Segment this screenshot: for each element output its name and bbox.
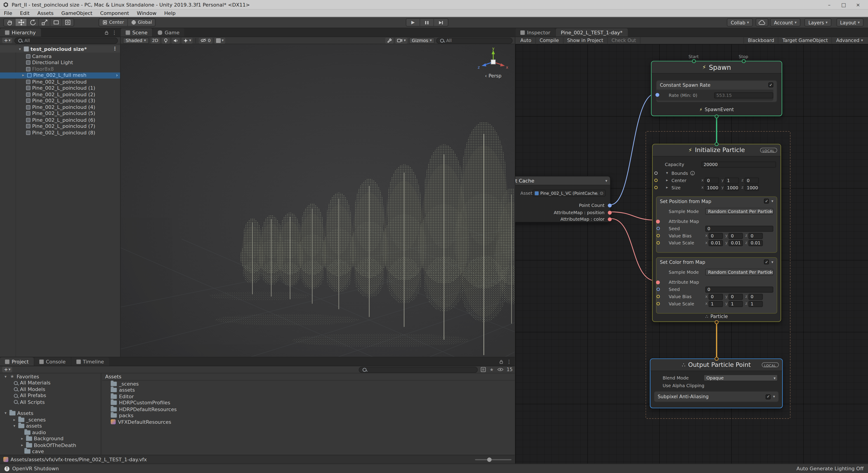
spawn-node[interactable]: Start Stop ⚡Spawn Constant Spawn Rate✓ R…	[651, 61, 782, 116]
expand-icon[interactable]: ▸	[21, 73, 26, 78]
open-prefab-icon[interactable]: ›	[116, 72, 118, 78]
center-port[interactable]	[654, 179, 658, 182]
scale-x-field[interactable]: 1	[709, 301, 723, 307]
hierarchy-item-pine-poincloud-7[interactable]: Pine_002_L_poincloud (7)	[0, 123, 120, 129]
size-y-field[interactable]: 10000	[725, 184, 739, 191]
tree-folder-bookofthedeath[interactable]: ▸BookOfTheDeath	[0, 442, 101, 448]
expand-icon[interactable]: ▾	[18, 47, 22, 51]
hierarchy-item-directional-light[interactable]: Directional Light	[0, 59, 120, 66]
attribute-map-port[interactable]	[656, 280, 660, 284]
point-cache-node[interactable]: Point Cache▾ Asset Pine_002_L_VC (PointC…	[515, 176, 611, 223]
hierarchy-item-pine-poincloud-6[interactable]: Pine_002_L_poincloud (6)	[0, 117, 120, 123]
camera-settings-dropdown[interactable]: ▾	[396, 37, 408, 43]
center-x-field[interactable]: 0	[705, 177, 719, 183]
tab-vfx-graph[interactable]: Pine_002_L_TEST_1-day*	[556, 28, 627, 37]
panel-menu-icon[interactable]: ⋮	[112, 30, 117, 35]
status-message[interactable]: OpenVR Shutdown	[12, 466, 59, 471]
projection-label[interactable]: ‹Persp	[477, 73, 509, 78]
audio-toggle-button[interactable]	[172, 37, 180, 43]
close-button[interactable]: ×	[851, 2, 865, 7]
rate-input-port[interactable]	[655, 93, 659, 97]
console-message-icon[interactable]: !	[4, 466, 9, 471]
tree-folder-cave[interactable]: cave	[0, 448, 101, 455]
size-z-field[interactable]: 10000	[745, 184, 759, 191]
tab-timeline[interactable]: Timeline	[71, 357, 109, 366]
icon-size-slider[interactable]	[475, 457, 512, 462]
collab-button[interactable]: Collab▾	[727, 18, 753, 27]
hierarchy-item-pine-poincloud-1[interactable]: Pine_002_L_poincloud (1)	[0, 85, 120, 91]
tab-project[interactable]: Project	[0, 357, 34, 366]
file-scenes[interactable]: _scenes	[102, 381, 515, 387]
bias-z-field[interactable]: 0	[748, 294, 763, 300]
toggle-2d-button[interactable]: 2D	[150, 37, 160, 43]
compile-button[interactable]: Compile	[536, 37, 563, 44]
seed-field[interactable]: 0	[705, 286, 773, 292]
size-x-field[interactable]: 10000	[705, 184, 719, 191]
hierarchy-item-floor8x8[interactable]: Floor8x8	[0, 66, 120, 72]
value-bias-port[interactable]	[656, 295, 660, 298]
menu-file[interactable]: File	[0, 9, 16, 17]
space-toggle-button[interactable]: Global	[128, 19, 155, 26]
hierarchy-item-camera[interactable]: Camera	[0, 53, 120, 59]
value-scale-port[interactable]	[656, 302, 660, 305]
spawn-stop-port[interactable]	[742, 59, 746, 63]
rect-tool-button[interactable]	[51, 19, 62, 26]
bias-y-field[interactable]: 0	[729, 294, 743, 300]
block-enabled-checkbox[interactable]: ✓	[764, 199, 769, 204]
tree-folder-background[interactable]: ▸Background	[0, 436, 101, 442]
lock-icon[interactable]	[104, 30, 109, 35]
panel-menu-icon[interactable]: ⋮	[506, 359, 512, 364]
spawn-start-port[interactable]	[692, 59, 696, 63]
bias-x-field[interactable]: 0	[709, 233, 723, 239]
search-by-label-icon[interactable]: ★	[489, 367, 494, 372]
bias-x-field[interactable]: 0	[709, 294, 723, 300]
shading-mode-dropdown[interactable]: Shaded▾	[123, 37, 149, 43]
constant-spawn-rate-block[interactable]: Constant Spawn Rate✓ Rate (Min: 0) 553.1…	[656, 80, 777, 102]
step-button[interactable]	[434, 19, 448, 26]
tool-settings-button[interactable]	[385, 37, 394, 43]
block-enabled-checkbox[interactable]: ✓	[764, 260, 769, 265]
blackboard-toggle[interactable]: Blackboard	[743, 37, 779, 44]
target-gameobject-toggle[interactable]: Target GameObject	[778, 37, 832, 44]
collapse-icon[interactable]: ▾	[605, 179, 608, 183]
scale-y-field[interactable]: 0.01	[729, 240, 743, 246]
layers-dropdown[interactable]: Layers▾	[804, 18, 831, 27]
hierarchy-item-pine-poincloud-3[interactable]: Pine_002_L_poincloud (3)	[0, 98, 120, 104]
tab-game[interactable]: Game	[153, 28, 184, 37]
tree-folder-assets[interactable]: ▾assets	[0, 423, 101, 429]
scale-z-field[interactable]: 0.01	[748, 240, 763, 246]
favorite-all-models[interactable]: All Models	[0, 386, 101, 392]
center-y-field[interactable]: 1	[725, 177, 739, 183]
sample-mode-dropdown[interactable]: Random Constant Per Particle	[705, 208, 773, 214]
tab-inspector[interactable]: Inspector	[515, 28, 555, 37]
transform-tool-button[interactable]	[62, 19, 73, 26]
menu-assets[interactable]: Assets	[33, 9, 57, 17]
output-particle-point-node[interactable]: ∴Output Particle Point LOCAL Blend Mode …	[650, 359, 783, 408]
maximize-button[interactable]: □	[836, 2, 851, 7]
rotate-tool-button[interactable]	[27, 19, 39, 26]
menu-window[interactable]: Window	[133, 9, 160, 17]
object-picker-icon[interactable]: ⊙	[600, 191, 603, 196]
scene-search-input[interactable]: All	[436, 37, 513, 43]
pause-button[interactable]	[420, 19, 434, 26]
hierarchy-item-pine-poincloud-8[interactable]: Pine_002_L_poincloud (8)	[0, 129, 120, 136]
cloud-button[interactable]	[756, 18, 768, 27]
pivot-toggle-button[interactable]: Center	[99, 19, 128, 26]
scale-x-field[interactable]: 0.01	[709, 240, 723, 246]
center-z-field[interactable]: 0	[745, 177, 759, 183]
capacity-field[interactable]: 20000	[702, 161, 776, 167]
bounds-port[interactable]	[654, 171, 658, 175]
menu-component[interactable]: Component	[96, 9, 133, 17]
hierarchy-item-pine-poincloud-5[interactable]: Pine_002_L_poincloud (5)	[0, 110, 120, 117]
lighting-toggle-button[interactable]	[162, 37, 170, 43]
attributemap-position-port[interactable]	[608, 210, 612, 214]
tab-console[interactable]: Console	[34, 357, 70, 366]
collapse-icon[interactable]: ▾	[772, 199, 774, 203]
scale-y-field[interactable]: 1	[729, 301, 743, 307]
hierarchy-search-input[interactable]: All	[14, 37, 118, 43]
project-search-input[interactable]	[359, 366, 478, 372]
file-editor[interactable]: Editor	[102, 393, 515, 400]
search-by-type-icon[interactable]	[480, 367, 486, 372]
favorite-all-materials[interactable]: All Materials	[0, 380, 101, 386]
seed-port[interactable]	[656, 227, 660, 230]
